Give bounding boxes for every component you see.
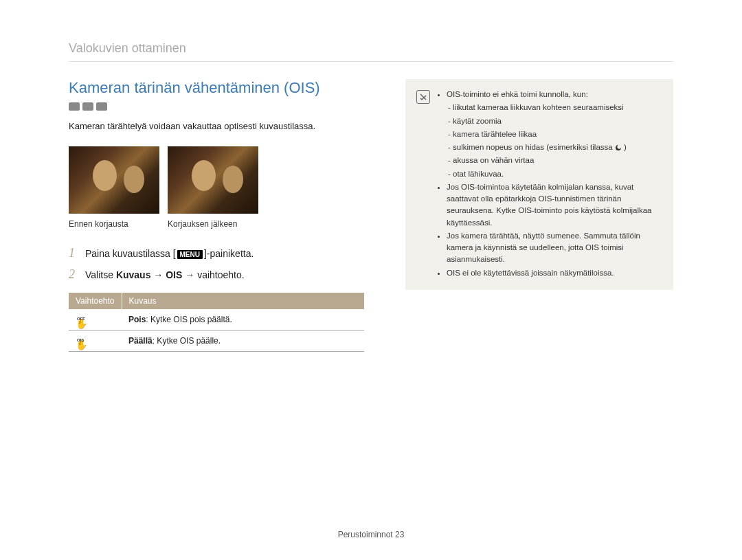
- step-1: 1 Paina kuvaustilassa [MENU]-painiketta.: [69, 246, 364, 260]
- note-subitem: kamera tärähtelee liikaa: [448, 128, 662, 140]
- step-suffix: → vaihtoehto.: [182, 269, 244, 280]
- intro-text: Kameran tärähtelyä voidaan vakauttaa opt…: [69, 120, 364, 133]
- step-prefix: Valitse: [85, 269, 116, 280]
- moon-icon: [615, 144, 622, 151]
- note-subtext: sulkimen nopeus on hidas (esimerkiksi ti…: [453, 143, 615, 151]
- option-desc-cell: Päällä: Kytke OIS päälle.: [122, 331, 364, 352]
- option-bold: Pois: [128, 315, 146, 324]
- note-item: Jos kamera tärähtää, näyttö sumenee. Sam…: [447, 230, 662, 266]
- note-item: OIS ei ole käytettävissä joissain näkymä…: [447, 267, 662, 279]
- page-title: Kameran tärinän vähentäminen (OIS): [69, 79, 364, 97]
- note-list: OIS-toiminto ei ehkä toimi kunnolla, kun…: [437, 89, 662, 280]
- step-prefix: Paina kuvaustilassa [: [85, 248, 176, 259]
- step-mid: →: [150, 269, 166, 280]
- icon-sublabel: OIS: [77, 338, 84, 342]
- option-bold: Päällä: [128, 336, 153, 346]
- step-bold: OIS: [166, 269, 182, 280]
- after-image: [168, 146, 258, 214]
- note-subitem: liikutat kameraa liikkuvan kohteen seura…: [448, 102, 662, 113]
- note-subitem: otat lähikuvaa.: [448, 168, 662, 180]
- option-icon-cell: OIS: [69, 331, 122, 352]
- option-desc-cell: Pois: Kytke OIS pois päältä.: [122, 309, 364, 331]
- footer-page: 23: [395, 530, 404, 539]
- table-header-option: Vaihtoehto: [69, 293, 122, 309]
- right-column: OIS-toiminto ei ehkä toimi kunnolla, kun…: [405, 79, 673, 352]
- before-image: [69, 146, 159, 214]
- mode-icons: [69, 102, 364, 111]
- table-row: OIS Päällä: Kytke OIS päälle.: [69, 331, 364, 352]
- table-row: OFF Pois: Kytke OIS pois päältä.: [69, 309, 364, 331]
- step-2: 2 Valitse Kuvaus → OIS → vaihtoehto.: [69, 267, 364, 282]
- step-number: 1: [69, 246, 82, 260]
- note-subitem: sulkimen nopeus on hidas (esimerkiksi ti…: [448, 142, 662, 153]
- note-subitem: käytät zoomia: [448, 115, 662, 127]
- option-icon-cell: OFF: [69, 309, 122, 331]
- left-column: Kameran tärinän vähentäminen (OIS) Kamer…: [69, 79, 364, 352]
- footer-section: Perustoiminnot: [338, 530, 393, 539]
- options-table: Vaihtoehto Kuvaus OFF Pois: Kytke OIS po…: [69, 293, 364, 352]
- before-label: Ennen korjausta: [69, 219, 159, 229]
- image-labels-row: Ennen korjausta Korjauksen jälkeen: [69, 219, 364, 229]
- step-number: 2: [69, 267, 82, 282]
- option-text: : Kytke OIS pois päältä.: [146, 315, 232, 324]
- note-sublist: liikutat kameraa liikkuvan kohteen seura…: [448, 102, 662, 180]
- menu-button-label: MENU: [177, 250, 203, 259]
- step-text: Paina kuvaustilassa [MENU]-painiketta.: [85, 248, 254, 259]
- icon-sublabel: OFF: [77, 317, 85, 321]
- camera-mode-icon: [69, 102, 80, 111]
- after-label: Korjauksen jälkeen: [168, 219, 258, 229]
- step-bold: Kuvaus: [116, 269, 151, 280]
- steps-list: 1 Paina kuvaustilassa [MENU]-painiketta.…: [69, 246, 364, 282]
- note-subitem: akussa on vähän virtaa: [448, 155, 662, 166]
- table-header-desc: Kuvaus: [122, 293, 364, 309]
- option-text: : Kytke OIS päälle.: [153, 336, 221, 346]
- scene-mode-icon: [82, 102, 93, 111]
- note-box: OIS-toiminto ei ehkä toimi kunnolla, kun…: [405, 79, 673, 290]
- video-mode-icon: [96, 102, 107, 111]
- step-suffix: ]-painiketta.: [204, 248, 254, 259]
- page-footer: Perustoiminnot 23: [0, 530, 742, 539]
- note-icon: [416, 90, 430, 104]
- breadcrumb: Valokuvien ottaminen: [69, 41, 673, 56]
- note-intro: OIS-toiminto ei ehkä toimi kunnolla, kun…: [447, 90, 588, 98]
- comparison-images: [69, 146, 364, 214]
- header-divider: [69, 61, 673, 62]
- note-item: OIS-toiminto ei ehkä toimi kunnolla, kun…: [447, 89, 662, 180]
- note-item: Jos OIS-toimintoa käytetään kolmijalan k…: [447, 181, 662, 229]
- step-text: Valitse Kuvaus → OIS → vaihtoehto.: [85, 269, 245, 280]
